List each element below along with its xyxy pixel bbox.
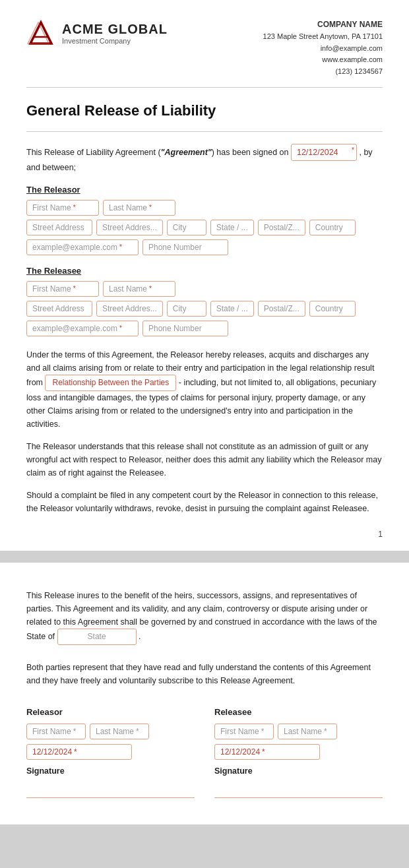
body-para2: The Releasor understands that this relea…: [26, 440, 383, 480]
releasor-zip-placeholder: Postal/Z...: [264, 223, 299, 232]
page2-para1: This Release inures to the benefit of th…: [26, 589, 383, 645]
releasor-signature-line[interactable]: [26, 778, 195, 798]
releasee-last-name-placeholder: Last Name: [109, 284, 147, 294]
releasor-sig-first-req: *: [73, 727, 77, 736]
document-title: General Release of Liability: [26, 102, 383, 119]
company-info: COMPANY NAME 123 Maple Street Anytown, P…: [263, 18, 383, 78]
releasee-street1-field[interactable]: Street Address: [26, 301, 92, 317]
releasor-street2-field[interactable]: Street Addres...: [96, 220, 163, 235]
relationship-field[interactable]: Relationship Between the Parties: [45, 375, 176, 391]
acme-logo-icon: [26, 18, 55, 47]
releasor-first-name-required: *: [73, 204, 76, 211]
releasor-section-label: The Releasor: [26, 185, 383, 195]
releasee-email-required: *: [119, 325, 122, 332]
releasee-street1-placeholder: Street Address: [32, 304, 84, 313]
releasee-first-name-required: *: [73, 285, 76, 292]
agreement-date-value: 12/12/2024: [297, 148, 338, 157]
releasee-last-name-field[interactable]: Last Name *: [103, 281, 175, 297]
company-address: 123 Maple Street Anytown, PA 17101: [263, 31, 383, 43]
releasor-contact-row: example@example.com * Phone Number: [26, 239, 383, 255]
releasor-country-placeholder: Country: [315, 223, 343, 232]
releasee-sig-first-name-placeholder: First Name: [220, 727, 259, 736]
company-email: info@example.com: [263, 43, 383, 55]
logo-sub: Investment Company: [62, 37, 168, 45]
page-2: This Release inures to the benefit of th…: [0, 563, 409, 824]
company-phone: (123) 1234567: [263, 66, 383, 78]
releasee-zip-placeholder: Postal/Z...: [264, 304, 299, 313]
releasor-sig-last-req: *: [136, 727, 139, 736]
releasor-email-required: *: [119, 243, 122, 251]
releasor-first-name-field[interactable]: First Name *: [26, 200, 99, 216]
releasee-email-field[interactable]: example@example.com *: [26, 321, 139, 336]
title-divider: [26, 131, 383, 132]
releasor-phone-placeholder: Phone Number: [148, 243, 202, 252]
page-number: 1: [378, 530, 383, 539]
company-website: www.example.com: [263, 54, 383, 66]
releasor-address-row: Street Address Street Addres... City Sta…: [26, 220, 383, 235]
releasor-phone-field[interactable]: Phone Number: [142, 239, 228, 255]
releasor-sig-col: Releasor First Name * Last Name * 12/12/…: [26, 707, 195, 798]
releasee-sig-last-name-field[interactable]: Last Name *: [278, 724, 337, 739]
releasee-country-placeholder: Country: [315, 304, 343, 313]
releasee-city-field[interactable]: City: [167, 301, 206, 317]
releasor-last-name-placeholder: Last Name: [109, 203, 147, 212]
company-name: COMPANY NAME: [263, 18, 383, 31]
releasee-sig-date-req: *: [262, 747, 265, 757]
page2-para2: Both parties represent that they have re…: [26, 661, 383, 687]
releasor-city-field[interactable]: City: [167, 220, 206, 235]
releasor-email-field[interactable]: example@example.com *: [26, 239, 139, 255]
releasor-street1-placeholder: Street Address: [32, 223, 84, 232]
releasor-last-name-required: *: [149, 204, 152, 211]
releasee-first-name-field[interactable]: First Name *: [26, 281, 99, 297]
releasee-sig-label: Releasee: [214, 707, 383, 717]
releasee-sig-first-name-field[interactable]: First Name *: [214, 724, 274, 739]
releasor-street1-field[interactable]: Street Address: [26, 220, 92, 235]
releasor-sig-last-name-placeholder: Last Name: [96, 727, 134, 736]
releasee-sig-last-name-placeholder: Last Name: [284, 727, 322, 736]
releasee-phone-placeholder: Phone Number: [148, 324, 202, 333]
releasee-address-row: Street Address Street Addres... City Sta…: [26, 301, 383, 317]
state-field[interactable]: State: [57, 629, 137, 645]
releasee-sig-name-row: First Name * Last Name *: [214, 724, 383, 739]
releasee-signature-line[interactable]: [214, 778, 383, 798]
logo-area: ACME GLOBAL Investment Company: [26, 18, 168, 47]
signature-section: Releasor First Name * Last Name * 12/12/…: [26, 707, 383, 798]
releasor-email-placeholder: example@example.com: [32, 243, 117, 252]
releasor-state-placeholder: State / ...: [216, 223, 248, 232]
releasee-sig-date-field[interactable]: 12/12/2024 *: [214, 744, 320, 760]
releasee-sig-first-req: *: [261, 727, 265, 736]
releasor-state-field[interactable]: State / ...: [210, 220, 254, 235]
page-1: ACME GLOBAL Investment Company COMPANY N…: [0, 0, 409, 551]
releasee-section-label: The Releasee: [26, 266, 383, 276]
releasor-zip-field[interactable]: Postal/Z...: [258, 220, 305, 235]
releasor-sig-last-name-field[interactable]: Last Name *: [90, 724, 149, 739]
releasee-city-placeholder: City: [173, 304, 187, 313]
agreement-date-field[interactable]: 12/12/2024*: [291, 144, 357, 161]
releasor-last-name-field[interactable]: Last Name *: [103, 200, 175, 216]
releasor-signature-label: Signature: [26, 766, 195, 776]
releasee-last-name-required: *: [149, 285, 152, 292]
releasee-signature-label: Signature: [214, 766, 383, 776]
body-para1: Under the terms of this Agreement, the R…: [26, 348, 383, 431]
date-required-marker: *: [352, 145, 354, 156]
releasor-sig-date-value: 12/12/2024: [32, 747, 72, 757]
releasor-street2-placeholder: Street Addres...: [102, 223, 157, 232]
releasor-city-placeholder: City: [173, 223, 187, 232]
intro-bold: "Agreement": [161, 148, 212, 157]
releasor-name-row: First Name * Last Name *: [26, 200, 383, 216]
releasor-first-name-placeholder: First Name: [32, 203, 71, 212]
logo-main: ACME GLOBAL: [62, 22, 168, 37]
releasor-sig-date-row: 12/12/2024 *: [26, 744, 195, 760]
releasee-phone-field[interactable]: Phone Number: [142, 321, 228, 336]
releasee-sig-col: Releasee First Name * Last Name * 12/12/…: [214, 707, 383, 798]
intro-paragraph: This Release of Liability Agreement ("Ag…: [26, 144, 383, 174]
releasee-country-field[interactable]: Country: [309, 301, 356, 317]
intro-text-a: This Release of Liability Agreement ("Ag…: [26, 148, 291, 157]
releasor-sig-date-field[interactable]: 12/12/2024 *: [26, 744, 132, 760]
releasee-zip-field[interactable]: Postal/Z...: [258, 301, 305, 317]
releasor-sig-label: Releasor: [26, 707, 195, 717]
releasee-street2-field[interactable]: Street Addres...: [96, 301, 163, 317]
releasor-country-field[interactable]: Country: [309, 220, 356, 235]
releasor-sig-first-name-field[interactable]: First Name *: [26, 724, 86, 739]
releasee-state-field[interactable]: State / ...: [210, 301, 254, 317]
